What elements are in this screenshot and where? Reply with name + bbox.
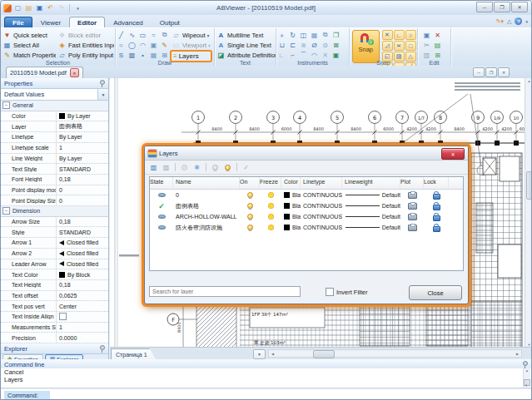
layer-lock-cell[interactable] bbox=[424, 200, 449, 211]
layer-lineweight-cell[interactable]: Default bbox=[342, 211, 400, 222]
snap-mode-icon[interactable]: ○ bbox=[405, 30, 416, 40]
wipeout-button[interactable]: ▱ Wipeout▾ bbox=[170, 30, 212, 40]
invert-filter-checkbox[interactable] bbox=[326, 288, 334, 296]
button-single-line-text[interactable]: ASingle Line Text bbox=[215, 40, 276, 50]
qat-customize-icon[interactable]: ▾ bbox=[73, 3, 82, 12]
layer-search-input[interactable] bbox=[149, 286, 301, 297]
mdi-close-icon[interactable]: ✕ bbox=[498, 67, 510, 77]
tab-editor[interactable]: Editor bbox=[69, 17, 105, 27]
tab-file[interactable]: File bbox=[4, 17, 32, 27]
property-row[interactable]: ColorBy Layer bbox=[1, 111, 108, 122]
edit-tool-icon[interactable]: ✂ bbox=[421, 40, 432, 50]
pin-icon[interactable] bbox=[98, 345, 105, 353]
draw-tool-icon[interactable]: ⊞ bbox=[159, 50, 170, 60]
layer-color-cell[interactable]: Bla... bbox=[281, 190, 301, 200]
property-row[interactable]: Text Inside Align bbox=[1, 312, 108, 323]
command-history[interactable]: CancelLayers ▲▼ bbox=[1, 368, 531, 388]
layer-plot-cell[interactable] bbox=[400, 222, 424, 233]
layer-plot-cell[interactable] bbox=[400, 211, 424, 222]
property-row[interactable]: Line WeightBy Layer bbox=[1, 154, 108, 165]
instrument-tool-icon[interactable]: ⊔ bbox=[276, 40, 287, 50]
property-row[interactable]: Text ColorBy Block bbox=[1, 269, 108, 280]
draw-tool-icon[interactable]: ○ bbox=[116, 40, 127, 50]
layer-plot-cell[interactable] bbox=[400, 200, 424, 211]
command-prompt[interactable]: Command: bbox=[1, 388, 531, 400]
layer-color-cell[interactable]: Bla... bbox=[281, 200, 301, 211]
layer-lineweight-cell[interactable]: Default bbox=[342, 200, 400, 211]
column-header-state[interactable]: State bbox=[150, 177, 173, 189]
snap-mode-icon[interactable]: ✕ bbox=[382, 30, 393, 40]
button-select-all[interactable]: ▦Select All bbox=[1, 40, 56, 50]
layer-name-cell[interactable]: ARCH-HOLLOW-WALL bbox=[173, 211, 240, 222]
instrument-tool-icon[interactable]: ∟ bbox=[276, 50, 287, 60]
column-header-name[interactable]: Name bbox=[173, 177, 240, 189]
dialog-close-icon[interactable]: ✕ bbox=[441, 148, 465, 160]
snap-mode-icon[interactable]: ≍ bbox=[394, 41, 405, 51]
section-header-dimension[interactable]: −Dimension bbox=[1, 206, 108, 217]
column-header-color[interactable]: Color bbox=[281, 177, 301, 189]
instrument-tool-icon[interactable]: ◠ bbox=[309, 50, 320, 60]
checkbox[interactable] bbox=[59, 313, 67, 320]
draw-tool-icon[interactable]: ▩ bbox=[127, 50, 137, 60]
property-row[interactable]: Font Height0,18 bbox=[1, 175, 108, 185]
layer-linetype-cell[interactable]: CONTINUOUS bbox=[301, 190, 342, 200]
snap-mode-icon[interactable]: ∟ bbox=[394, 30, 405, 40]
scrollbar-thumb[interactable] bbox=[526, 171, 532, 200]
set-current-icon[interactable]: ✓ bbox=[241, 162, 251, 172]
layer-linetype-cell[interactable]: CONTINUOUS bbox=[301, 211, 342, 222]
property-row[interactable]: Text pos vertCenter bbox=[1, 301, 108, 312]
edit-tool-icon[interactable]: ▥ bbox=[421, 50, 432, 60]
layer-freeze-cell[interactable] bbox=[260, 200, 281, 211]
layer-lock-cell[interactable] bbox=[424, 222, 449, 233]
layer-linetype-cell[interactable]: CONTINUOUS bbox=[301, 200, 342, 211]
button-fast-entities-input[interactable]: ◈Fast Entities Input bbox=[56, 40, 114, 50]
draw-tool-icon[interactable]: • bbox=[137, 50, 148, 60]
layer-color-cell[interactable]: Bla... bbox=[281, 222, 301, 233]
delete-layer-icon[interactable]: ▥ bbox=[161, 162, 172, 172]
layer-freeze-cell[interactable] bbox=[260, 211, 281, 222]
instrument-tool-icon[interactable]: ⌐ bbox=[287, 50, 298, 60]
layer-state-cell[interactable] bbox=[150, 211, 173, 222]
instrument-tool-icon[interactable]: ▣ bbox=[331, 50, 341, 60]
close-document-icon[interactable]: ✕ bbox=[70, 68, 79, 77]
pin-icon[interactable] bbox=[98, 80, 105, 87]
tab-viewer[interactable]: Viewer bbox=[32, 17, 69, 27]
column-header-lock[interactable]: Lock bbox=[424, 177, 449, 189]
bulb-on-icon[interactable] bbox=[222, 162, 233, 172]
draw-tool-icon[interactable]: ▭ bbox=[137, 30, 148, 40]
undo-icon[interactable]: ↶ bbox=[46, 3, 55, 12]
property-row[interactable]: Precision0.0000 bbox=[1, 333, 108, 343]
layer-lock-cell[interactable] bbox=[424, 190, 449, 200]
instrument-tool-icon[interactable]: ⌒ bbox=[298, 50, 309, 60]
property-row[interactable]: Arrow 2Closed filled bbox=[1, 249, 108, 259]
property-row[interactable]: Measurements Scale1 bbox=[1, 323, 108, 333]
property-row[interactable]: Linetype scale1 bbox=[1, 143, 108, 154]
layer-linetype-cell[interactable]: CONTINUOUS bbox=[301, 222, 342, 233]
tab-advanced[interactable]: Advanced bbox=[105, 17, 152, 27]
draw-tool-icon[interactable]: ⧉ bbox=[159, 30, 170, 40]
document-tab[interactable]: 20110519 Model.pdf ✕ bbox=[6, 67, 83, 78]
vertical-scrollbar[interactable]: ▲ ▼ bbox=[525, 78, 532, 348]
command-scrollbar[interactable]: ▲▼ bbox=[523, 368, 530, 388]
scroll-right-icon[interactable]: ▶ bbox=[514, 350, 521, 357]
layer-on-cell[interactable] bbox=[240, 211, 260, 222]
snap-toggle-button[interactable]: ✓ Snap bbox=[352, 30, 380, 63]
draw-tool-icon[interactable]: ◯ bbox=[127, 40, 137, 50]
layer-state-cell[interactable]: ✓ bbox=[150, 200, 173, 211]
draw-tool-icon[interactable]: ╱ bbox=[116, 30, 127, 40]
scrollbar-thumb[interactable] bbox=[313, 350, 335, 358]
layer-row[interactable]: 防火卷帘消防设施Bla...CONTINUOUSDefault bbox=[150, 222, 463, 233]
instrument-tool-icon[interactable]: ❐ bbox=[331, 30, 341, 40]
scroll-left-icon[interactable]: ◀ bbox=[269, 350, 276, 357]
new-file-icon[interactable]: ▢ bbox=[13, 3, 22, 12]
column-header-plot[interactable]: Plot bbox=[400, 177, 424, 189]
property-row[interactable]: Arrow 1Closed filled bbox=[1, 238, 108, 249]
restore-icon[interactable]: ❐ bbox=[494, 2, 510, 12]
layer-on-cell[interactable] bbox=[240, 190, 260, 200]
layer-lineweight-cell[interactable]: Default bbox=[342, 222, 400, 233]
section-header-general[interactable]: −General bbox=[1, 101, 108, 111]
new-layer-icon[interactable]: ▥ bbox=[148, 162, 159, 172]
preset-dropdown[interactable]: Default Values ▼ bbox=[1, 89, 108, 101]
button-multiline-text[interactable]: AMultiline Text bbox=[215, 30, 276, 40]
instrument-tool-icon[interactable]: ◫ bbox=[298, 30, 309, 40]
